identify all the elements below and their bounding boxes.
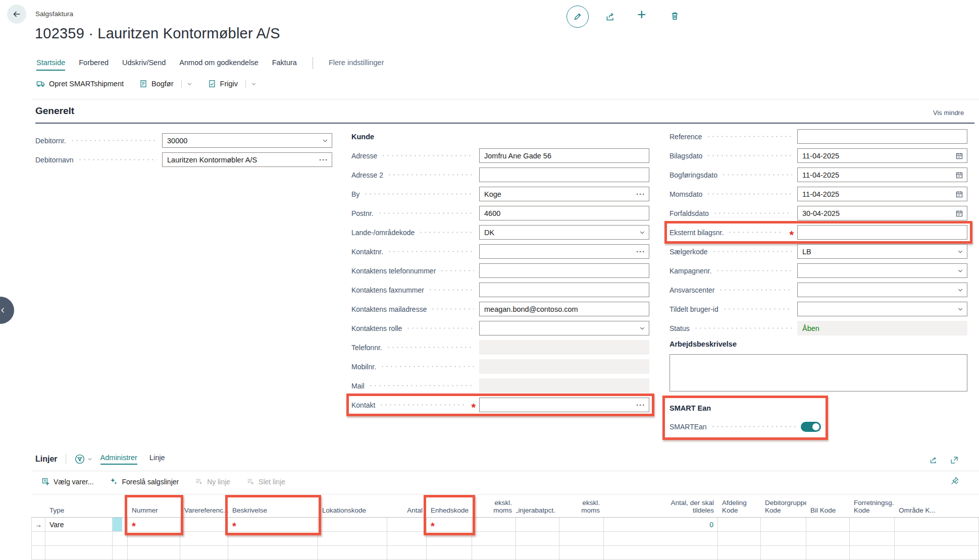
assist-edit-icon[interactable]: ···: [636, 249, 645, 254]
cell-select-row1[interactable]: [113, 518, 128, 531]
cell-bil-kode-row1[interactable]: [806, 518, 850, 531]
vælg-varer-button[interactable]: Vælg varer...: [41, 477, 93, 486]
col-header-varereferenc[interactable]: Varereferenc...: [180, 498, 228, 517]
col-header-område-k[interactable]: Område K...: [895, 498, 979, 517]
collapse-panel-button[interactable]: [0, 297, 14, 324]
cell-afdeling-kode-row3[interactable]: [718, 546, 761, 559]
cell-enhedspris-ekskl-moms-row2[interactable]: [472, 532, 516, 545]
chevron-down-icon[interactable]: [187, 81, 192, 87]
lines-tab-administrer[interactable]: Administrer: [100, 454, 137, 465]
chevron-down-icon[interactable]: [957, 306, 963, 312]
col-header-beskrivelse[interactable]: Beskrivelse: [228, 498, 318, 517]
opret-smartshipment-button[interactable]: Opret SMARTshipment: [36, 79, 124, 88]
unpin-button[interactable]: [950, 476, 959, 485]
chevron-down-icon[interactable]: [957, 249, 963, 255]
tab-startside[interactable]: Startside: [36, 59, 65, 71]
cell-antal-der-skal-tildeles-row2[interactable]: [604, 532, 718, 545]
by-input[interactable]: Koge···: [479, 187, 649, 201]
show-less-link[interactable]: Vis mindre: [933, 109, 964, 117]
adresse-input[interactable]: Jomfru Ane Gade 56: [479, 148, 649, 163]
cell-beskrivelse-row3[interactable]: [228, 546, 318, 559]
kontakt-input[interactable]: ···: [479, 398, 649, 412]
momsdato-input[interactable]: 11-04-2025: [797, 187, 967, 201]
lines-share-button[interactable]: [929, 456, 938, 465]
tab-udskriv-send[interactable]: Udskriv/Send: [122, 59, 166, 71]
col-header-antal-der-skal-tildeles[interactable]: Antal, der skal tildeles: [604, 498, 718, 517]
lines-tab-linje[interactable]: Linje: [149, 454, 165, 465]
kontaktnr-input[interactable]: ···: [479, 244, 649, 259]
cell-select-row3[interactable]: [113, 546, 128, 559]
kampagnenr-input[interactable]: [797, 263, 967, 278]
chevron-down-icon[interactable]: [639, 325, 645, 331]
back-button[interactable]: [7, 5, 26, 24]
cell-type-row3[interactable]: [45, 546, 113, 559]
cell-linjerabatpct-row1[interactable]: [516, 518, 559, 531]
cell-bil-kode-row2[interactable]: [806, 532, 850, 545]
cell-type-row1[interactable]: Vare: [45, 518, 113, 531]
work-description-textarea[interactable]: [669, 354, 967, 391]
kontaktens-telefonnummer-input[interactable]: [479, 263, 649, 278]
cell-debitorgruppe-kode-row3[interactable]: [761, 546, 806, 559]
cell-antal-row3[interactable]: [387, 546, 427, 559]
cell-varereferenc-row2[interactable]: [180, 532, 228, 545]
lande-områdekode-input[interactable]: DK: [479, 225, 649, 240]
cell-område-k-row2[interactable]: [895, 532, 979, 545]
cell-beskrivelse-row1[interactable]: *: [228, 518, 318, 531]
cell-antal-row1[interactable]: [387, 518, 427, 531]
cell-lokationskode-row3[interactable]: [318, 546, 387, 559]
bogføringsdato-input[interactable]: 11-04-2025: [797, 167, 967, 182]
col-header-linjebeløb-ekskl-moms[interactable]: Linjebeløb ekskl. moms: [559, 498, 604, 517]
smartean-toggle[interactable]: [801, 422, 821, 432]
assist-edit-icon[interactable]: ···: [636, 192, 645, 197]
chevron-down-icon[interactable]: [957, 287, 963, 293]
col-header-linjerabatpct[interactable]: Linjerabatpct.: [516, 498, 559, 517]
col-header-debitorgruppe-kode[interactable]: Debitorgruppe Kode: [761, 498, 806, 517]
cell-linjerabatpct-row3[interactable]: [516, 546, 559, 559]
bogfør-button[interactable]: Bogfør: [139, 79, 192, 88]
chevron-down-icon[interactable]: [639, 230, 645, 236]
cell-afdeling-kode-row1[interactable]: [718, 518, 761, 531]
cell-afdeling-kode-row2[interactable]: [718, 532, 761, 545]
cell-lokationskode-row1[interactable]: [318, 518, 387, 531]
cell-linjebeløb-ekskl-moms-row1[interactable]: [559, 518, 604, 531]
col-header-afdeling-kode[interactable]: Afdeling Kode: [718, 498, 761, 517]
share-button[interactable]: [605, 11, 616, 22]
cell-område-k-row3[interactable]: [895, 546, 979, 559]
cell-lokationskode-row2[interactable]: [318, 532, 387, 545]
eksternt-bilagsnr-input[interactable]: [797, 225, 967, 240]
col-header-antal[interactable]: Antal: [387, 498, 427, 517]
calendar-icon[interactable]: [955, 152, 963, 160]
cell-område-k-row1[interactable]: [895, 518, 979, 531]
cell-linjebeløb-ekskl-moms-row3[interactable]: [559, 546, 604, 559]
filter-menu-button[interactable]: [74, 454, 92, 465]
cell-antal-row2[interactable]: [387, 532, 427, 545]
tildelt-bruger-id-input[interactable]: [797, 302, 967, 316]
cell-enhedspris-ekskl-moms-row3[interactable]: [472, 546, 516, 559]
tab-anmod-om-godkendelse[interactable]: Anmod om godkendelse: [179, 59, 258, 71]
calendar-icon[interactable]: [955, 209, 963, 217]
bilagsdato-input[interactable]: 11-04-2025: [797, 148, 967, 163]
col-header-forretningsg-kode[interactable]: Forretningsg... Kode: [850, 498, 895, 517]
kontaktens-mailadresse-input[interactable]: meagan.bond@contoso.com: [479, 302, 649, 316]
col-header-nummer[interactable]: Nummer: [128, 498, 180, 517]
debitornavn-input[interactable]: Lauritzen Kontormøbler A/S···: [162, 152, 332, 167]
calendar-icon[interactable]: [955, 171, 963, 179]
col-header-enhedspris-ekskl-moms[interactable]: Enhedspris ekskl. moms: [472, 498, 516, 517]
cell-forretningsg-kode-row2[interactable]: [850, 532, 895, 545]
kontaktens-faxnummer-input[interactable]: [479, 283, 649, 297]
cell-debitorgruppe-kode-row2[interactable]: [761, 532, 806, 545]
kontaktens-rolle-input[interactable]: [479, 321, 649, 335]
debitornr-input[interactable]: 30000: [162, 133, 332, 148]
tab-faktura[interactable]: Faktura: [272, 59, 297, 71]
sælgerkode-input[interactable]: LB: [797, 244, 967, 259]
cell-antal-der-skal-tildeles-row3[interactable]: [604, 546, 718, 559]
cell-beskrivelse-row2[interactable]: [228, 532, 318, 545]
cell-type-row2[interactable]: [45, 532, 113, 545]
forfaldsdato-input[interactable]: 30-04-2025: [797, 206, 967, 220]
tab-forbered[interactable]: Forbered: [79, 59, 109, 71]
delete-button[interactable]: [669, 11, 680, 21]
cell-linjerabatpct-row2[interactable]: [516, 532, 559, 545]
chevron-down-icon[interactable]: [251, 81, 256, 87]
frigiv-button[interactable]: Frigiv: [208, 79, 256, 88]
foreslå-salgslinjer-button[interactable]: Foreslå salgslinjer: [110, 477, 179, 486]
